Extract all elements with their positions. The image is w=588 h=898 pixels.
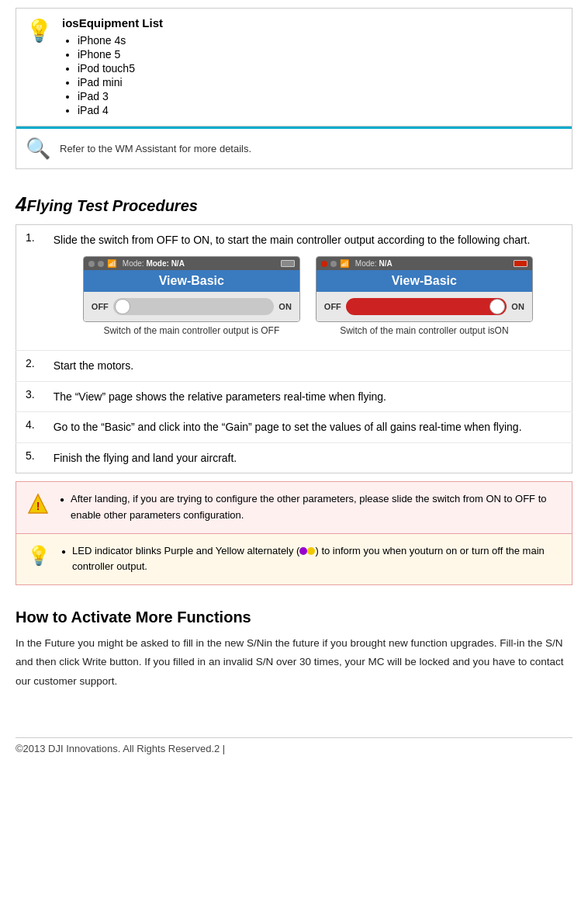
list-item: iPod touch5 [78,62,163,75]
step-text: Start the motors. [44,351,572,381]
tip-content: LED indicator blinks Purple and Yellow a… [61,543,561,576]
warning-row: ! After landing, if you are trying to co… [16,482,572,534]
warning-content: After landing, if you are trying to conf… [60,491,561,524]
list-item: iPhone 5 [78,48,163,61]
info-box: 💡 iosEquipment List iPhone 4s iPhone 5 i… [16,8,572,169]
info-box-content: iosEquipment List iPhone 4s iPhone 5 iPo… [62,16,163,118]
on-label: ON [278,302,292,311]
footer-copyright: ©2013 DJI Innovations. All Rights Reserv… [16,743,214,754]
controller-topbar-on: 📶 Mode: N/A [316,257,532,270]
step-title: 4Flying Test Procedures [16,192,572,217]
step-text: The “View” page shows the relative param… [44,381,572,411]
led-purple [299,547,307,555]
refer-text: Refer to the WM Assistant for more detai… [60,143,251,154]
step-text: Slide the switch from OFF to ON, to star… [54,231,562,248]
activate-text: In the Future you might be asked to fill… [16,634,572,691]
footer: ©2013 DJI Innovations. All Rights Reserv… [16,737,572,754]
step-text: Finish the flying and land your aircraft… [44,442,572,473]
step-number-cell: 1. [16,225,44,351]
switch-thumb [489,299,505,314]
step-number-cell: 3. [16,381,44,411]
on-label: ON [511,302,524,311]
warning-bullet: After landing, if you are trying to conf… [60,491,561,524]
controller-topbar-off: 📶 Mode: Mode: N/A [84,257,299,270]
controller-on-wrapper: 📶 Mode: N/A View-Basic OFF [316,256,533,336]
table-row: 5. Finish the flying and land your aircr… [16,442,572,473]
table-row: 3. The “View” page shows the relative pa… [16,381,572,411]
step-number-cell: 5. [16,442,44,473]
battery-icon [281,260,295,267]
info-box-title: iosEquipment List [62,16,163,29]
refer-wrapper: 🔍 Refer to the WM Assistant for more det… [16,127,572,168]
off-label: OFF [324,302,341,311]
ios-equipment-list: iPhone 4s iPhone 5 iPod touch5 iPad mini… [62,34,163,116]
battery-icon [514,260,527,267]
controller-mockup: 📶 Mode: Mode: N/A View-Basic OFF [54,256,562,336]
wifi-icon: 📶 [107,259,116,268]
on-caption: Switch of the main controller output isO… [316,325,533,336]
dot-icon [98,261,104,267]
led-yellow [307,547,315,555]
controller-screen-on: 📶 Mode: N/A View-Basic OFF [316,256,533,322]
tip-bullet: LED indicator blinks Purple and Yellow a… [61,543,561,576]
activate-title: How to Activate More Functions [16,608,572,626]
list-item: iPad 4 [78,104,163,116]
dot-icon [330,261,337,267]
bulb-icon: 💡 [26,18,53,43]
activate-section: How to Activate More Functions In the Fu… [16,608,572,691]
switch-track-off [113,298,275,315]
switch-row-off: OFF ON [84,292,299,321]
controller-screen-off: 📶 Mode: Mode: N/A View-Basic OFF [83,256,300,322]
footer-page-num: 2 | [214,743,225,754]
list-item: iPad mini [78,76,163,88]
table-row: 2. Start the motors. [16,351,572,381]
controller-title-off: View-Basic [84,270,299,292]
table-row: 4. Go to the “Basic” and click into the … [16,412,572,442]
step-number-cell: 4. [16,412,44,442]
step-number-cell: 2. [16,351,44,381]
svg-text:!: ! [36,500,40,512]
info-box-header: 💡 iosEquipment List iPhone 4s iPhone 5 i… [16,9,572,127]
list-item: iPhone 4s [78,34,163,47]
off-label: OFF [92,302,109,311]
mode-label: Mode: N/A [355,259,393,268]
off-caption: Switch of the main controller output is … [83,325,300,336]
switch-track-on [346,298,507,315]
tip-bulb-icon: 💡 [27,545,50,567]
step-section: 4Flying Test Procedures 1. Slide the swi… [16,192,572,473]
tip-text: LED indicator blinks Purple and Yellow a… [72,543,561,576]
search-icon: 🔍 [26,137,50,161]
table-row: 1. Slide the switch from OFF to ON, to s… [16,225,572,351]
step-text: Go to the “Basic” and click into the “Ga… [44,412,572,442]
controller-off-wrapper: 📶 Mode: Mode: N/A View-Basic OFF [83,256,300,336]
procedures-table: 1. Slide the switch from OFF to ON, to s… [16,224,572,473]
step-number: 4 [16,192,26,216]
tip-row: 💡 LED indicator blinks Purple and Yellow… [16,534,572,585]
dot-icon [321,261,327,267]
list-item: iPad 3 [78,90,163,102]
wifi-icon: 📶 [340,259,349,268]
warning-icon: ! [27,493,49,519]
refer-row: 🔍 Refer to the WM Assistant for more det… [16,128,572,168]
switch-thumb [115,299,130,314]
warning-section: ! After landing, if you are trying to co… [16,481,572,585]
controller-title-on: View-Basic [316,270,532,292]
switch-row-on: OFF ON [316,292,532,321]
step-content-cell: Slide the switch from OFF to ON, to star… [44,225,572,351]
mode-label: Mode: Mode: N/A [123,259,185,268]
step-title-text: Flying Test Procedures [26,197,197,214]
warning-text: After landing, if you are trying to conf… [71,491,561,524]
dot-icon [88,261,95,267]
